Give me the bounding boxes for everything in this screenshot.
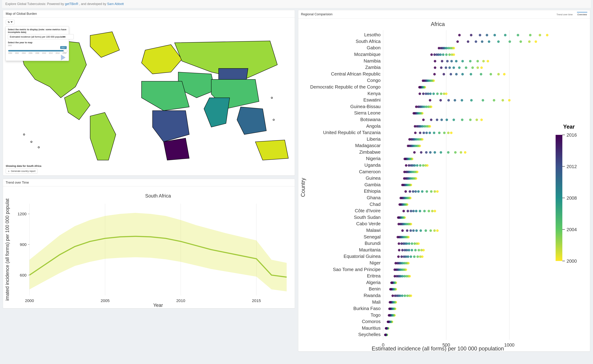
svg-point-64 [442,53,444,56]
svg-point-113 [422,79,424,82]
svg-point-63 [445,53,448,56]
svg-point-387 [400,242,403,245]
metric-select[interactable] [8,34,74,39]
svg-text:Mozambique: Mozambique [354,52,381,57]
svg-text:Senegal: Senegal [364,234,381,240]
svg-point-58 [438,47,440,49]
slider-play-button[interactable] [61,55,66,60]
navbar-link-sam[interactable]: Sam Abbott [107,2,124,6]
svg-point-311 [400,197,402,199]
svg-point-83 [476,66,479,69]
svg-point-475 [394,295,396,297]
svg-point-382 [411,242,413,245]
svg-point-75 [461,60,464,62]
svg-point-234 [413,151,416,154]
svg-point-197 [428,132,431,134]
svg-point-140 [482,99,484,102]
svg-point-128 [440,92,442,95]
svg-text:Rwanda: Rwanda [364,293,381,298]
svg-text:Ethiopia: Ethiopia [364,188,381,194]
svg-point-249 [422,164,424,167]
svg-point-300 [404,190,407,193]
svg-point-476 [391,295,394,297]
svg-text:Eritrea: Eritrea [367,273,381,279]
svg-text:Guinea: Guinea [366,176,381,181]
svg-point-139 [493,99,495,102]
svg-point-256 [405,164,407,167]
generate-report-button[interactable]: Generate country report [6,169,37,174]
year-slider[interactable]: 2017 20002002200420062008201020122014201… [8,47,67,54]
svg-point-90 [440,66,442,69]
svg-point-380 [415,242,418,245]
svg-point-327 [423,210,426,212]
svg-point-393 [414,249,417,251]
svg-text:2008: 2008 [567,195,577,201]
svg-text:Angola: Angola [366,124,381,129]
map-settings-button[interactable] [6,20,15,24]
svg-text:Niger: Niger [369,260,381,266]
navbar-link-gettbinr[interactable]: getTBinR [65,2,78,6]
trend-panel: Trend over Time South Africa imated inci… [3,179,295,308]
svg-point-131 [429,92,432,95]
svg-point-388 [398,242,400,245]
map-controls-popover: Select the metric to display (note: some… [6,26,69,61]
svg-point-61 [451,53,453,56]
svg-point-410 [397,255,400,258]
trend-panel-title: Trend over Time [3,179,295,186]
svg-point-358 [433,229,436,232]
svg-text:Madagascar: Madagascar [355,143,381,148]
svg-point-89 [445,66,447,69]
map-panel-title: Map of Global Burden [3,10,295,18]
svg-point-95 [489,73,492,76]
svg-point-294 [426,190,428,193]
svg-point-94 [497,73,500,76]
svg-point-73 [476,60,479,62]
svg-point-377 [396,236,399,238]
svg-point-67 [435,53,438,56]
svg-point-124 [418,86,421,89]
svg-text:Democratic Republic of the Con: Democratic Republic of the Congo [310,84,381,90]
svg-point-198 [425,132,428,134]
svg-point-293 [430,190,432,193]
svg-text:South Sudan: South Sudan [354,214,381,220]
svg-point-86 [458,66,461,69]
svg-point-398 [401,249,404,251]
svg-point-231 [429,151,432,154]
svg-text:Namibia: Namibia [364,58,381,64]
svg-point-295 [421,190,423,193]
svg-point-355 [397,223,400,225]
legend-colorbar [556,135,562,261]
legend-title: Year [563,124,575,130]
svg-point-498 [388,308,391,310]
svg-point-403 [416,255,419,258]
svg-point-146 [429,99,431,102]
svg-point-172 [469,119,472,121]
tab-overview[interactable]: Overview [577,12,587,17]
svg-point-395 [408,249,410,251]
svg-point-88 [448,66,451,69]
svg-point-157 [415,106,417,108]
trend-x-axis-label: Year [153,303,163,308]
svg-point-138 [501,99,504,102]
svg-point-332 [407,210,409,212]
svg-point-29 [529,34,532,36]
tab-trend-over-time[interactable]: Trend over time [556,12,573,17]
svg-point-192 [450,132,453,134]
svg-point-542 [384,334,387,336]
svg-text:1200: 1200 [17,212,26,216]
svg-text:2015: 2015 [252,298,261,303]
svg-point-45 [475,40,477,43]
svg-text:Burundi: Burundi [365,240,381,246]
svg-point-397 [404,249,406,251]
svg-point-102 [433,73,436,76]
svg-point-201 [414,132,417,134]
svg-point-322 [398,203,401,206]
svg-point-251 [416,164,418,167]
trend-chart-title: South Africa [145,193,171,199]
svg-point-127 [443,92,445,95]
svg-point-31 [504,34,506,36]
svg-point-134 [422,92,425,95]
svg-point-399 [398,249,400,251]
svg-point-196 [433,132,435,134]
svg-text:Mauritius: Mauritius [362,325,381,331]
